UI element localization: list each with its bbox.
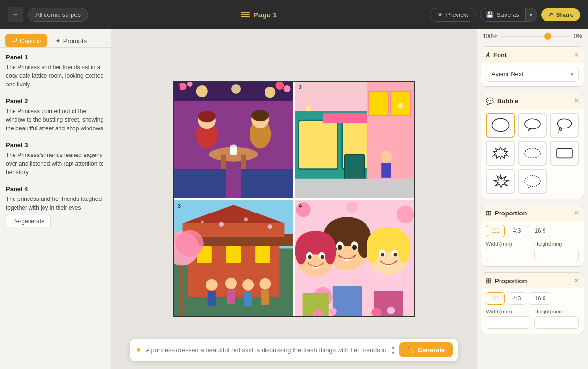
bubble-rect[interactable] [550,141,579,166]
comic-panel-3: 3 [174,200,293,316]
svg-rect-26 [299,120,338,169]
generate-input[interactable] [146,346,387,354]
bubble-icon: 💬 [486,97,494,105]
tab-caption[interactable]: 🗨 Caption [5,34,47,47]
panel-2-text: The Princess pointed out of the window t… [6,107,105,133]
panel-4-number: 4 [299,203,302,209]
prop-1-btn-1-1[interactable]: 1:1 [486,225,505,237]
svg-point-90 [381,253,384,256]
panel-3-title: Panel 3 [6,142,105,149]
svg-point-20 [251,110,269,121]
svg-point-14 [230,145,237,148]
svg-point-103 [559,128,562,130]
bubble-section-close[interactable]: × [574,97,579,105]
prop-2-width-input[interactable] [486,316,530,329]
svg-point-74 [338,245,342,250]
panel-1-number: 1 [178,85,181,90]
breadcrumb-button[interactable]: All comic stripes [28,8,88,22]
svg-rect-36 [295,179,414,198]
prop-1-btn-4-3[interactable]: 4:3 [508,225,527,237]
font-section-close[interactable]: × [574,51,579,59]
header-left: ← All comic stripes [8,7,88,22]
svg-point-50 [176,230,204,257]
generate-bar-icon: ✦ [135,345,142,355]
prop-1-width: Width(mm) [486,241,530,261]
panel-item-3: Panel 3 The Princess's friends leaned ea… [6,142,105,177]
bubble-dotted[interactable] [518,169,547,194]
header-center: Page 1 [241,11,277,19]
header-right: 👁 Preview 💾 Save as ▾ ↗ Share [430,8,580,22]
panel-1-title: Panel 1 [6,54,105,61]
prop-2-btn-4-3[interactable]: 4:3 [508,292,527,305]
svg-rect-32 [369,91,388,115]
svg-rect-54 [227,290,235,304]
generate-arrows[interactable]: ▲ ▼ [391,344,396,355]
svg-point-55 [242,279,254,291]
generate-button[interactable]: ✏️ Generate [399,342,453,357]
page-title: Page 1 [253,11,277,19]
font-section: 𝐴 Font × Avenir Next ▾ [481,46,584,87]
share-button[interactable]: ↗ Share [541,8,580,21]
prop-2-btn-16-9[interactable]: 16:9 [529,292,551,305]
svg-rect-56 [244,291,252,306]
svg-point-65 [397,206,414,223]
prop-2-height-input[interactable] [534,316,579,329]
caption-icon: 🗨 [11,37,17,44]
bubble-cloud[interactable] [518,141,547,166]
svg-point-80 [324,237,336,264]
zoom-end: 0% [574,33,582,40]
regenerate-button[interactable]: Re-generate [6,215,51,227]
font-section-body: Avenir Next ▾ [481,63,584,86]
svg-rect-48 [180,258,184,317]
prop-2-btn-1-1[interactable]: 1:1 [486,292,505,305]
prop-1-dims: Width(mm) Height(mm) [486,241,579,261]
svg-rect-58 [261,290,269,305]
svg-point-61 [267,224,272,229]
bubble-thought[interactable] [550,113,579,138]
font-dropdown[interactable]: Avenir Next ▾ [486,67,579,82]
tab-prompts[interactable]: ✦ Prompts [49,34,92,47]
bubble-speech[interactable] [518,113,547,138]
chevron-down-icon: ▾ [570,71,573,78]
preview-button[interactable]: 👁 Preview [430,8,476,22]
save-as-button[interactable]: 💾 Save as [480,8,526,22]
comic-panel-1: 1 [174,82,293,198]
panel-3-text: The Princess's friends leaned eagerly ov… [6,151,105,177]
zoom-slider[interactable] [501,36,570,37]
prop-1-height: Height(mm) [534,241,579,261]
svg-point-51 [206,279,218,291]
comic-grid: 1 [173,81,415,317]
proportion-2-icon: ⊞ [486,277,492,284]
prop-1-btn-16-9[interactable]: 16:9 [529,225,551,237]
bubble-grid [486,113,579,194]
svg-point-92 [393,253,397,256]
bubble-explosion[interactable] [486,169,515,194]
proportion-2-close[interactable]: × [574,277,579,284]
svg-point-37 [306,105,311,111]
panel-4-text: The princess and her friends laughed tog… [6,195,105,212]
svg-point-62 [201,220,204,223]
prompts-icon: ✦ [55,37,61,44]
panel-2-number: 2 [299,85,302,90]
bubble-oval[interactable] [486,113,515,138]
svg-rect-47 [255,246,270,263]
panel-item-2: Panel 2 The Princess pointed out of the … [6,98,105,133]
svg-rect-22 [241,169,293,198]
save-wrapper: 💾 Save as ▾ [480,8,537,22]
save-split-button[interactable]: ▾ [526,8,537,22]
prop-1-width-input[interactable] [486,249,530,261]
svg-rect-46 [226,246,241,263]
proportion-1-close[interactable]: × [574,209,579,217]
svg-point-97 [329,308,337,315]
bubble-spiky[interactable] [486,141,515,166]
svg-point-2 [196,85,208,97]
back-button[interactable]: ← [8,7,23,22]
prop-2-height: Height(mm) [534,309,579,329]
eye-icon: 👁 [437,11,443,18]
panels-list: Panel 1 The Princess and her friends sat… [0,48,111,369]
svg-point-34 [380,151,392,163]
main: 🗨 Caption ✦ Prompts Panel 1 The Princess… [0,29,588,369]
prop-1-height-input[interactable] [534,249,579,261]
svg-point-104 [558,131,559,132]
bubble-section-header: 💬 Bubble × [481,93,584,109]
